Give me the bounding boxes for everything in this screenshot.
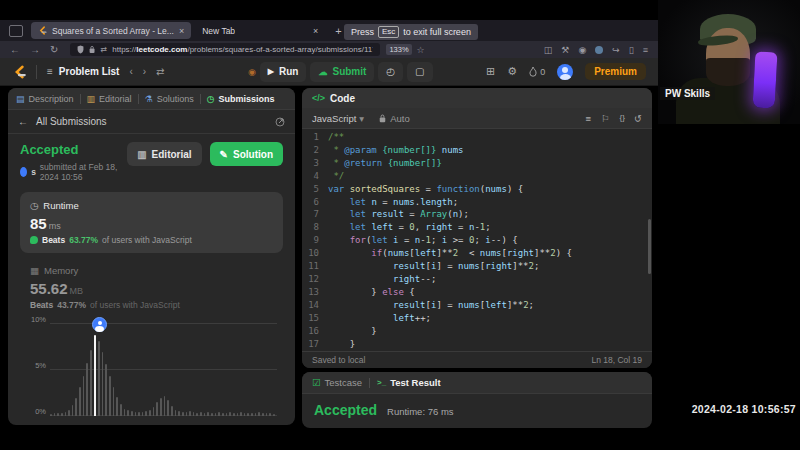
histogram-bar[interactable] bbox=[109, 376, 111, 416]
code-line[interactable]: 3 * @return {number[]} bbox=[302, 157, 652, 170]
editor-scrollbar[interactable] bbox=[648, 219, 651, 274]
braces-icon[interactable]: { } bbox=[619, 113, 624, 124]
code-line[interactable]: 12 right--; bbox=[302, 273, 652, 286]
histogram-bar[interactable] bbox=[226, 413, 228, 416]
histogram-bar[interactable] bbox=[138, 412, 140, 416]
histogram-bar[interactable] bbox=[262, 413, 264, 416]
notes-button[interactable]: ▢ bbox=[407, 62, 432, 82]
histogram-bar[interactable] bbox=[142, 412, 144, 416]
code-line[interactable]: 7 let result = Array(n); bbox=[302, 208, 652, 221]
histogram-bar[interactable] bbox=[65, 412, 67, 416]
histogram-bar[interactable] bbox=[269, 413, 271, 416]
account-icon[interactable]: ◉ bbox=[578, 45, 586, 55]
forward-icon[interactable]: → bbox=[30, 44, 40, 55]
histogram-bar[interactable] bbox=[167, 400, 169, 416]
code-line[interactable]: 15 left++; bbox=[302, 312, 652, 325]
signin-icon[interactable]: ↪ bbox=[612, 45, 620, 55]
histogram-bar[interactable] bbox=[240, 412, 242, 416]
all-submissions-label[interactable]: All Submissions bbox=[36, 116, 107, 127]
swap-icon[interactable]: ⇄ bbox=[101, 45, 108, 54]
histogram-bar[interactable] bbox=[175, 410, 177, 416]
run-button[interactable]: ▶ Run bbox=[260, 62, 307, 82]
code-line[interactable]: 10 if(nums[left]**2 < nums[right]**2) { bbox=[302, 247, 652, 260]
histogram-bar[interactable] bbox=[116, 397, 118, 416]
auto-toggle[interactable]: Auto bbox=[379, 113, 410, 124]
sidebar-icon[interactable]: ▯ bbox=[629, 45, 634, 55]
code-line[interactable]: 13 } else { bbox=[302, 286, 652, 299]
histogram-bar[interactable] bbox=[50, 414, 52, 416]
browser-tab-new[interactable]: New Tab × bbox=[195, 22, 325, 39]
histogram-bar[interactable] bbox=[182, 412, 184, 416]
language-selector[interactable]: JavaScript ▾ bbox=[312, 113, 364, 124]
histogram-plot[interactable]: 0%5%10%56ms91ms126ms161ms bbox=[50, 324, 277, 416]
bookmark-star-icon[interactable]: ☆ bbox=[417, 45, 425, 55]
histogram-bar[interactable] bbox=[98, 341, 100, 416]
code-line[interactable]: 1/** bbox=[302, 131, 652, 144]
code-line[interactable]: 14 result[i] = nums[left]**2; bbox=[302, 299, 652, 312]
histogram-bar[interactable] bbox=[72, 405, 74, 416]
histogram-bar[interactable] bbox=[120, 404, 122, 416]
histogram-bar[interactable] bbox=[204, 413, 206, 416]
problem-list-button[interactable]: ≡ Problem List bbox=[47, 66, 119, 77]
histogram-bar[interactable] bbox=[218, 412, 220, 416]
histogram-bar[interactable] bbox=[233, 413, 235, 416]
tab-solutions[interactable]: ⚗ Solutions bbox=[145, 94, 194, 104]
histogram-bar[interactable] bbox=[189, 411, 191, 416]
user-avatar-marker[interactable] bbox=[92, 317, 107, 332]
histogram-bar[interactable] bbox=[86, 363, 88, 416]
tab-editorial[interactable]: ▥ Editorial bbox=[87, 94, 132, 104]
reload-icon[interactable]: ↻ bbox=[50, 44, 58, 55]
tab-test-result[interactable]: >_ Test Result bbox=[377, 377, 441, 388]
submit-button[interactable]: ☁ Submit bbox=[310, 62, 374, 82]
code-line[interactable]: 16 } bbox=[302, 325, 652, 338]
format-icon[interactable]: ≡ bbox=[585, 113, 591, 124]
user-runtime-bar[interactable] bbox=[94, 335, 96, 416]
histogram-bar[interactable] bbox=[196, 413, 198, 416]
histogram-bar[interactable] bbox=[156, 402, 158, 416]
browser-tab-active[interactable]: Squares of a Sorted Array - Le... × bbox=[31, 22, 191, 39]
code-line[interactable]: 2 * @param {number[]} nums bbox=[302, 144, 652, 157]
histogram-bar[interactable] bbox=[222, 413, 224, 416]
histogram-bar[interactable] bbox=[229, 412, 231, 416]
histogram-bar[interactable] bbox=[145, 411, 147, 416]
histogram-bar[interactable] bbox=[255, 413, 257, 416]
wrench-icon[interactable]: ⚒ bbox=[561, 45, 569, 55]
runtime-card[interactable]: ◷ Runtime 85ms Beats 63.77% of users wit… bbox=[20, 192, 283, 253]
code-line[interactable]: 8 let left = 0, right = n-1; bbox=[302, 221, 652, 234]
timer-button[interactable]: ◴ bbox=[378, 62, 403, 82]
histogram-bar[interactable] bbox=[273, 414, 275, 416]
undo-icon[interactable]: ↺ bbox=[634, 113, 642, 124]
layout-grid-icon[interactable]: ⊞ bbox=[486, 65, 495, 78]
tab-submissions[interactable]: ◷ Submissions bbox=[207, 94, 275, 104]
histogram-bar[interactable] bbox=[247, 413, 249, 416]
histogram-bar[interactable] bbox=[54, 413, 56, 416]
histogram-bar[interactable] bbox=[186, 412, 188, 416]
editorial-button[interactable]: ▥ Editorial bbox=[127, 142, 201, 166]
debug-icon[interactable]: ◉ bbox=[248, 67, 256, 77]
code-line[interactable]: 6 let n = nums.length; bbox=[302, 196, 652, 209]
histogram-bar[interactable] bbox=[193, 412, 195, 416]
histogram-bar[interactable] bbox=[164, 396, 166, 416]
shield-icon[interactable] bbox=[77, 45, 84, 54]
url-input[interactable]: ⇄ https://leetcode.com/problems/squares-… bbox=[70, 43, 380, 56]
code-editor[interactable]: 1/**2 * @param {number[]} nums3 * @retur… bbox=[302, 129, 652, 351]
histogram-bar[interactable] bbox=[124, 409, 126, 416]
histogram-bar[interactable] bbox=[113, 387, 115, 416]
leetcode-logo[interactable] bbox=[12, 64, 26, 80]
histogram-bar[interactable] bbox=[127, 410, 129, 416]
histogram-bar[interactable] bbox=[68, 410, 70, 416]
histogram-bar[interactable] bbox=[244, 413, 246, 416]
tab-close-icon[interactable]: × bbox=[313, 26, 318, 36]
code-line[interactable]: 5var sortedSquares = function(nums) { bbox=[302, 183, 652, 196]
zoom-level-badge[interactable]: 133% bbox=[386, 44, 411, 55]
back-icon[interactable]: ← bbox=[10, 44, 20, 55]
histogram-bar[interactable] bbox=[207, 412, 209, 416]
tab-close-icon[interactable]: × bbox=[179, 26, 184, 36]
code-line[interactable]: 18 return result; bbox=[302, 350, 652, 351]
histogram-bar[interactable] bbox=[200, 412, 202, 416]
histogram-bar[interactable] bbox=[83, 376, 85, 416]
code-line[interactable]: 17 } bbox=[302, 338, 652, 351]
histogram-bar[interactable] bbox=[79, 387, 81, 416]
histogram-bar[interactable] bbox=[61, 413, 63, 416]
back-icon[interactable]: ← bbox=[18, 116, 28, 127]
